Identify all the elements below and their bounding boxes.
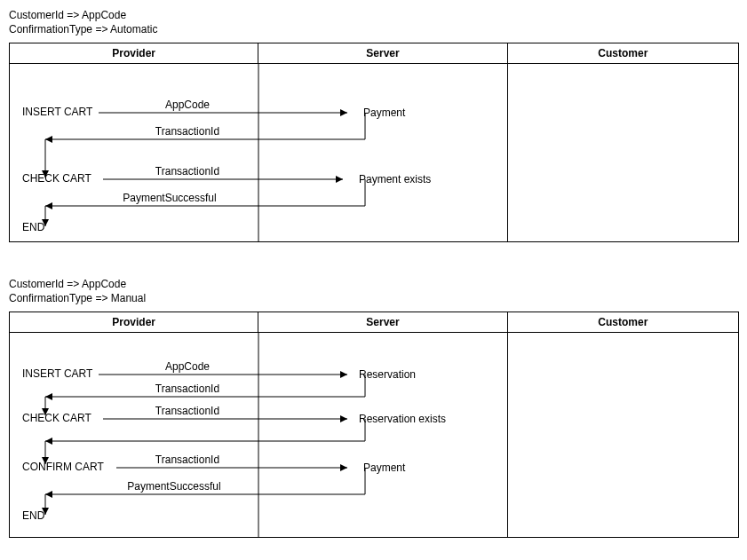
diagram-table: ProviderServerCustomerINSERT CARTCHECK C… <box>9 312 739 538</box>
target-label: Payment <box>363 461 406 474</box>
customer-lane <box>508 333 738 537</box>
column-header-provider: Provider <box>10 312 258 332</box>
target-label: Reservation <box>359 368 416 381</box>
column-header-server: Server <box>258 43 507 63</box>
sequence-svg: INSERT CARTCHECK CARTCONFIRM CARTENDAppC… <box>10 333 507 537</box>
diagram-table: ProviderServerCustomerINSERT CARTCHECK C… <box>9 43 739 242</box>
column-header-provider: Provider <box>10 43 258 63</box>
customer-lane <box>508 64 738 241</box>
column-header-server: Server <box>258 312 507 332</box>
meta-customerid: CustomerId => AppCode <box>9 9 738 21</box>
message-label: PaymentSuccessful <box>127 480 220 493</box>
column-header-customer: Customer <box>508 43 738 63</box>
step-label: END <box>22 221 45 233</box>
message-label: TransactionId <box>155 125 219 138</box>
target-label: Payment <box>363 106 406 119</box>
target-label: Payment exists <box>359 173 431 185</box>
diagram-body: INSERT CARTCHECK CARTENDAppCodePaymentTr… <box>10 64 738 241</box>
column-header-customer: Customer <box>508 312 738 332</box>
meta-customerid: CustomerId => AppCode <box>9 278 738 290</box>
message-label: AppCode <box>165 99 210 111</box>
meta-confirmationtype: ConfirmationType => Manual <box>9 292 738 304</box>
message-label: TransactionId <box>155 454 219 466</box>
sequence-diagram: CustomerId => AppCodeConfirmationType =>… <box>9 9 738 242</box>
target-label: Reservation exists <box>359 413 446 425</box>
step-label: END <box>22 509 45 522</box>
step-label: CONFIRM CART <box>22 461 104 473</box>
sequence-diagram: CustomerId => AppCodeConfirmationType =>… <box>9 278 738 538</box>
meta-confirmationtype: ConfirmationType => Automatic <box>9 23 738 35</box>
sequence-svg: INSERT CARTCHECK CARTENDAppCodePaymentTr… <box>10 64 507 241</box>
message-label: AppCode <box>165 360 210 373</box>
step-label: CHECK CART <box>22 412 91 424</box>
step-label: INSERT CART <box>22 106 93 118</box>
message-label: TransactionId <box>155 405 219 417</box>
diagram-body: INSERT CARTCHECK CARTCONFIRM CARTENDAppC… <box>10 333 738 537</box>
message-label: PaymentSuccessful <box>123 192 216 204</box>
step-label: CHECK CART <box>22 172 91 185</box>
message-label: TransactionId <box>155 165 219 177</box>
step-label: INSERT CART <box>22 367 93 380</box>
message-label: TransactionId <box>155 383 219 395</box>
